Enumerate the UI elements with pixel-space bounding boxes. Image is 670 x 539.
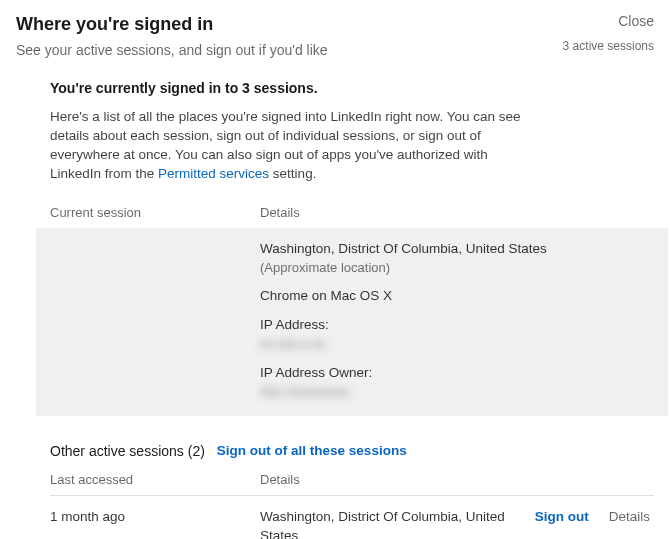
current-location: Washington, District Of Columbia, United… <box>260 240 654 259</box>
permitted-services-link[interactable]: Permitted services <box>158 166 269 181</box>
sessions-summary: You're currently signed in to 3 sessions… <box>50 79 654 99</box>
session-row: 1 month ago Washington, District Of Colu… <box>50 495 654 539</box>
signout-link[interactable]: Sign out <box>535 508 589 527</box>
ip-owner-value: Xxx Xxxxxxxxx <box>260 383 349 402</box>
ip-value: xx.xxx.x.xx <box>260 335 325 354</box>
page-subtitle: See your active sessions, and sign out i… <box>16 41 563 61</box>
desc-post: setting. <box>269 166 316 181</box>
current-session-box: Washington, District Of Columbia, United… <box>36 228 668 416</box>
ip-owner-label: IP Address Owner: <box>260 364 654 383</box>
other-sessions-title: Other active sessions (2) <box>50 442 205 462</box>
details-link[interactable]: Details <box>609 508 650 527</box>
close-button[interactable]: Close <box>563 12 654 32</box>
page-title: Where you're signed in <box>16 12 563 37</box>
last-accessed: 1 month ago <box>50 508 260 539</box>
row-location: Washington, District Of Columbia, United… <box>260 508 524 539</box>
current-approx: (Approximate location) <box>260 259 654 277</box>
sessions-count: 3 active sessions <box>563 38 654 55</box>
ip-label: IP Address: <box>260 316 654 335</box>
col-details-2: Details <box>260 471 524 489</box>
col-current-session: Current session <box>50 204 260 222</box>
sessions-description: Here's a list of all the places you're s… <box>50 108 530 184</box>
col-details: Details <box>260 204 654 222</box>
current-browser: Chrome on Mac OS X <box>260 287 654 306</box>
col-last-accessed: Last accessed <box>50 471 260 489</box>
signout-all-link[interactable]: Sign out of all these sessions <box>217 442 407 461</box>
